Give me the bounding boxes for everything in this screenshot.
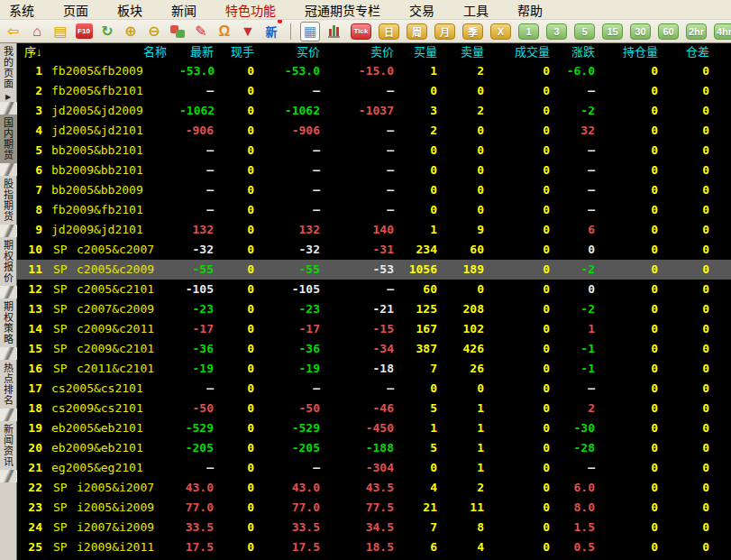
table-row-18[interactable]: 18cs2009&cs2101-500-50-46510200 — [17, 399, 731, 418]
period-button-2hr[interactable]: 2hr — [686, 23, 707, 40]
table-row-3[interactable]: 3jd2005&jd2009-10620-1062-1037320-200 — [17, 101, 731, 121]
coins-icon[interactable]: ▤ — [50, 23, 70, 41]
column-header-bid[interactable]: 买价 — [256, 43, 322, 61]
column-header-oid[interactable]: 仓差 — [660, 43, 711, 61]
cell-tvol: 0 — [486, 537, 552, 557]
chart-icon[interactable] — [324, 23, 343, 41]
table-row-25[interactable]: 25SPi2009&i201117.5017.518.56400.500 — [17, 537, 731, 557]
table-row-1[interactable]: 1fb2005&fb2009-53.00-53.0-15.0120-6.000 — [17, 61, 731, 81]
refresh-icon[interactable]: ↻ — [97, 23, 117, 41]
new-icon: 新 — [265, 23, 277, 40]
cell-ask: — — [322, 280, 396, 299]
table-row-13[interactable]: 13SPc2007&c2009-230-23-211252080-200 — [17, 299, 731, 319]
cell-oi: 0 — [597, 200, 660, 220]
period-button-月[interactable]: 月 — [434, 23, 455, 40]
quote-table-icon[interactable]: ▦ — [300, 23, 320, 41]
period-button-15[interactable]: 15 — [602, 23, 623, 40]
home-icon[interactable]: ⌂ — [27, 23, 47, 41]
period-button-Tick[interactable]: Tick — [351, 23, 371, 40]
sidebar-tab-3[interactable]: 股指期货 — [0, 176, 17, 225]
sidebar-tab-7[interactable]: 新闻资讯 — [0, 421, 17, 470]
funnel-icon[interactable]: ▼ — [238, 23, 258, 41]
cell-bid: -53.0 — [256, 61, 322, 81]
column-header-tvol[interactable]: 成交量 — [486, 43, 552, 61]
cell-bidv: 2 — [396, 121, 439, 141]
table-row-19[interactable]: 19eb2005&eb2101-5290-529-450110-3000 — [17, 418, 731, 438]
menu-item-3[interactable]: 板块 — [110, 0, 150, 21]
sidebar-tab-5[interactable]: 期权策略 — [0, 298, 17, 347]
zoom-in-icon[interactable]: ⊕ — [121, 23, 141, 41]
cell-oid: 0 — [660, 61, 711, 81]
table-row-23[interactable]: 23SPi2005&i200977.0077.077.5211108.000 — [17, 498, 731, 518]
cell-last: 33.5 — [179, 518, 215, 537]
table-row-15[interactable]: 15SPc2009&c2101-360-36-343874260-100 — [17, 339, 731, 359]
table-row-10[interactable]: 10SPc2005&c2007-320-32-31234600000 — [17, 240, 731, 260]
period-button-周[interactable]: 周 — [407, 23, 427, 40]
pencil-icon[interactable]: ✎ — [191, 23, 211, 41]
sidebar-tab-4[interactable]: 期权报价 — [0, 237, 17, 286]
cell-askv: 426 — [439, 339, 486, 359]
table-row-5[interactable]: 5bb2005&bb2101—0——000—00 — [17, 141, 731, 161]
cell-vol: 0 — [215, 379, 256, 399]
cell-filler — [711, 161, 731, 180]
table-row-11[interactable]: 11SPc2005&c2009-550-55-5310561890-200 — [17, 260, 731, 280]
expand-arrow-icon[interactable]: ▶ — [5, 93, 11, 101]
column-header-last[interactable]: 最新 — [179, 43, 215, 61]
blocks-icon — [169, 24, 186, 39]
period-button-60[interactable]: 60 — [658, 23, 679, 40]
table-row-12[interactable]: 12SPc2005&c2101-1050-105—6000000 — [17, 280, 731, 299]
zoom-out-icon[interactable]: ⊖ — [144, 23, 164, 41]
period-button-日[interactable]: 日 — [379, 23, 399, 40]
table-row-9[interactable]: 9jd2009&jd21011320132140190600 — [17, 220, 731, 240]
table-row-2[interactable]: 2fb2005&fb2101—0——000—00 — [17, 81, 731, 101]
cell-askv: 0 — [439, 141, 486, 161]
table-row-7[interactable]: 7bb2005&bb2009—0——000—00 — [17, 180, 731, 200]
menu-item-7[interactable]: 交易 — [402, 0, 442, 21]
cell-askv: 4 — [439, 537, 486, 557]
table-row-4[interactable]: 4jd2005&jd2101-9060-906—2003200 — [17, 121, 731, 141]
table-row-21[interactable]: 21eg2005&eg2101—0—-304010—00 — [17, 458, 731, 478]
table-row-17[interactable]: 17cs2005&cs2101—0——000—00 — [17, 379, 731, 399]
table-row-6[interactable]: 6bb2009&bb2101—0——000—00 — [17, 161, 731, 180]
column-header-bidv[interactable]: 买量 — [396, 43, 439, 61]
table-row-24[interactable]: 24SPi2007&i200933.5033.534.57801.500 — [17, 518, 731, 537]
cell-vol: 0 — [215, 498, 256, 518]
menu-item-6[interactable]: 冠通期货专栏 — [297, 0, 388, 21]
column-header-oi[interactable]: 持仓量 — [597, 43, 660, 61]
table-row-14[interactable]: 14SPc2009&c2011-170-17-151671020100 — [17, 319, 731, 339]
contract-name-cell: bb2005&bb2101 — [44, 141, 179, 161]
menu-item-9[interactable]: 帮助 — [510, 0, 550, 21]
blocks-icon[interactable] — [168, 23, 187, 41]
new-icon[interactable]: 新 — [261, 23, 281, 41]
menu-item-1[interactable]: 系统 — [2, 0, 41, 21]
menu-item-8[interactable]: 工具 — [456, 0, 496, 21]
sidebar-tab-1[interactable]: 我的页面 — [0, 43, 17, 92]
period-button-1[interactable]: 1 — [518, 23, 539, 40]
column-header-name[interactable]: 名称 — [44, 43, 179, 61]
menu-item-2[interactable]: 页面 — [56, 0, 96, 21]
period-button-3[interactable]: 3 — [546, 23, 567, 40]
f10-info-icon[interactable]: F10 — [74, 23, 94, 41]
table-row-16[interactable]: 16SPc2011&c2101-190-19-187260-100 — [17, 359, 731, 379]
cell-tvol: 0 — [486, 260, 552, 280]
column-header-askv[interactable]: 卖量 — [439, 43, 486, 61]
column-header-seq[interactable]: 序↓ — [17, 43, 44, 61]
period-button-5[interactable]: 5 — [574, 23, 595, 40]
period-button-4hr[interactable]: 4hr — [714, 23, 731, 40]
table-row-8[interactable]: 8fb2009&fb2101—0——000—00 — [17, 200, 731, 220]
menu-item-4[interactable]: 新闻 — [164, 0, 204, 21]
back-arrow-icon[interactable]: ⇦ — [4, 23, 23, 41]
period-button-X[interactable]: X — [490, 23, 511, 40]
menu-item-5[interactable]: 特色功能 — [218, 0, 283, 21]
column-header-chg[interactable]: 涨跌 — [552, 43, 597, 61]
quote-table-icon: ▦ — [300, 22, 320, 41]
sidebar-tab-6[interactable]: 热点排名 — [0, 360, 17, 409]
sidebar-tab-2[interactable]: 国内期货 — [0, 115, 17, 163]
bell-icon[interactable]: Ω — [215, 23, 234, 41]
period-button-30[interactable]: 30 — [630, 23, 651, 40]
period-button-季[interactable]: 季 — [462, 23, 483, 40]
column-header-vol[interactable]: 现手 — [215, 43, 256, 61]
table-row-22[interactable]: 22SPi2005&i200743.0043.043.54206.000 — [17, 478, 731, 498]
column-header-ask[interactable]: 卖价 — [322, 43, 396, 61]
table-row-20[interactable]: 20eb2009&eb2101-2050-205-188510-2800 — [17, 438, 731, 458]
